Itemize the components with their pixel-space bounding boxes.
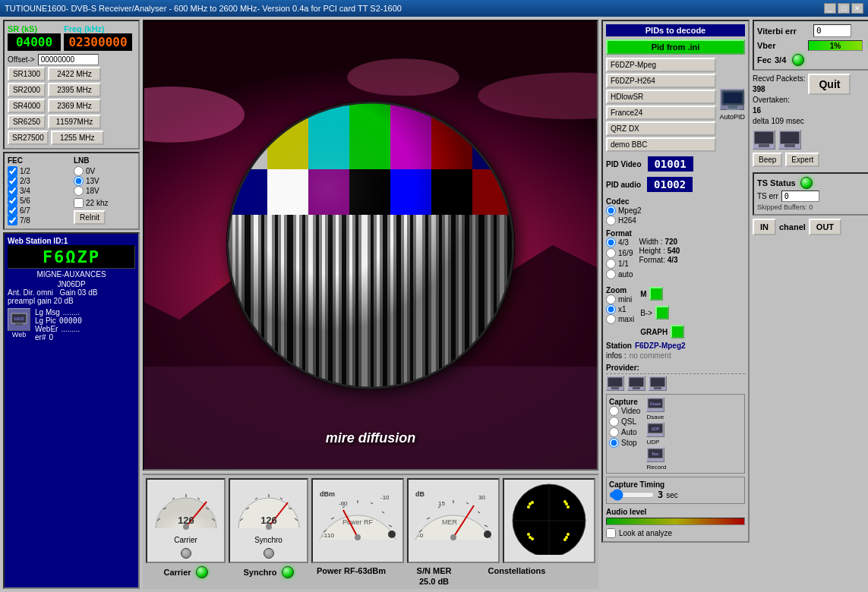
reinit-button[interactable]: ReInit [74, 210, 106, 225]
svg-line-113 [427, 518, 430, 519]
provider-icon-1[interactable] [627, 376, 645, 391]
sr-btn-4[interactable]: SR27500 [8, 131, 49, 145]
minimize-button[interactable]: _ [824, 3, 836, 14]
power-bottom-label: Power RF-63dBm [317, 566, 386, 575]
out-button[interactable]: OUT [809, 219, 841, 235]
width-label: Width : 720 [639, 238, 680, 246]
callsign-display: F6ΩZP [8, 245, 135, 269]
fec-title: FEC [8, 156, 69, 165]
bottom-label-row: Carrier Synchro Power RF-63dBm S/N MER 2… [143, 566, 598, 589]
pid-btn-5[interactable]: demo BBC [606, 137, 716, 152]
close-button[interactable]: ✕ [851, 3, 863, 14]
web-icon[interactable]: WEB [8, 308, 30, 331]
power-meter-box: -110 -60 -10 dBm Power RF [311, 478, 404, 563]
lg-msg-row: Lg Msg ........ [35, 308, 82, 316]
graph-button[interactable] [671, 325, 684, 339]
beep-button[interactable]: Beep [753, 153, 782, 167]
auto-pid-label: AutoPID [719, 113, 745, 121]
web-er-row: WebEr ......... [35, 325, 82, 333]
timing-row: 3 sec [609, 489, 742, 501]
svg-rect-140 [726, 109, 740, 110]
comp-icon-2[interactable] [778, 130, 801, 150]
pid-btn-1[interactable]: F6DZP-H264 [606, 74, 716, 88]
infos-label: infos : [606, 351, 627, 360]
svg-line-102 [382, 512, 384, 513]
svg-text:UDP: UDP [652, 427, 660, 431]
format-val: Format: 4/3 [639, 256, 680, 264]
format-vals-col: Width : 720 Height : 540 Format: 4/3 [639, 238, 680, 279]
dsave-icon[interactable]: Dsave [646, 397, 664, 412]
svg-point-121 [484, 531, 491, 538]
pid-ini-button[interactable]: Pid from .ini [606, 39, 745, 55]
codec-h264-radio[interactable] [606, 216, 616, 225]
test-pattern-svg [226, 101, 515, 389]
sr-btn-2[interactable]: SR4000 [8, 99, 46, 113]
er-val: 0 [49, 333, 53, 342]
fec-led [792, 54, 804, 66]
pid-btn-0[interactable]: F6DZP-Mpeg [606, 58, 716, 72]
maximize-button[interactable]: □ [838, 3, 850, 14]
overtaken-label: Overtaken: [753, 95, 805, 105]
svg-rect-153 [754, 131, 774, 144]
offset-value[interactable]: 00000000 [38, 54, 99, 65]
svg-text:Dsave: Dsave [650, 401, 661, 406]
m-button[interactable] [649, 287, 663, 301]
fmt-43-row: 4/3 [606, 238, 633, 247]
udp-icon[interactable]: UDP [646, 422, 664, 437]
svg-line-76 [197, 498, 200, 499]
status-panel: Viterbi err 0 Vber 1% Fec 3/4 Recvd Pack… [753, 20, 868, 589]
svg-point-136 [563, 538, 567, 541]
provider-section: Provider: [606, 363, 745, 391]
format-label: Format [606, 229, 632, 238]
pid-btn-2[interactable]: HDlowSR [606, 90, 716, 104]
sr-value[interactable]: 04000 [8, 33, 61, 51]
cap-auto-row: Auto [609, 427, 640, 437]
freq-btn-0[interactable]: 2422 MHz [48, 67, 101, 81]
freq-btn-1[interactable]: 2395 MHz [48, 83, 101, 97]
web-icon-area: WEB Web [8, 308, 30, 339]
fec-lnb-box: FEC 1/2 2/3 3/4 5/6 6/7 7/8 LNB 0V 13V 1… [3, 152, 140, 230]
carrier-led [181, 548, 191, 559]
freq-row-2: SR4000 2369 MHz [8, 99, 135, 113]
cap-video-row: Video [609, 406, 640, 416]
record-icon[interactable]: Rec [646, 447, 664, 462]
pid-btn-3[interactable]: France24 [606, 105, 716, 120]
provider-icon-0[interactable] [606, 376, 624, 391]
pid-video-value[interactable]: 01001 [648, 156, 693, 172]
comp-icon-1[interactable] [753, 130, 775, 150]
freq-btn-2[interactable]: 2369 MHz [48, 99, 101, 113]
sr-btn-3[interactable]: SR6250 [8, 115, 46, 129]
fec-check-34: 3/4 [8, 186, 69, 196]
timing-slider[interactable] [609, 489, 655, 501]
expert-button[interactable]: Expert [785, 153, 819, 167]
codec-mpeg2-radio[interactable] [606, 206, 616, 216]
capture-radio-col: Video QSL Auto Stop [609, 406, 640, 448]
svg-rect-156 [784, 144, 795, 147]
web-label: Web [8, 331, 30, 339]
look-analyze-checkbox[interactable] [606, 528, 616, 538]
fec-check-23: 2/3 [8, 176, 69, 186]
ts-title-row: TS Status [757, 177, 868, 189]
svg-line-86 [280, 498, 282, 499]
web-station-title: Web Station ID:1 [8, 237, 135, 245]
b-button[interactable] [655, 306, 669, 320]
sr-btn-0[interactable]: SR1300 [8, 67, 46, 81]
svg-line-98 [331, 518, 334, 519]
provider-icon-2[interactable] [649, 376, 667, 391]
quit-button[interactable]: Quit [808, 74, 851, 95]
fec-check-67: 6/7 [8, 206, 69, 216]
svg-text:-0: -0 [418, 532, 424, 539]
look-analyze-label: Look at analyze [619, 529, 672, 537]
freq-btn-4[interactable]: 1255 MHz [51, 131, 104, 145]
freq-buttons: SR1300 2422 MHz SR2000 2395 MHz SR4000 2… [8, 67, 135, 145]
lnb-title: LNB [74, 156, 135, 165]
freq-value[interactable]: 02300000 [64, 33, 132, 51]
in-button[interactable]: IN [753, 219, 776, 235]
pid-btn-4[interactable]: QRZ DX [606, 121, 716, 136]
carrier-meter-box: 126 Carrier [146, 478, 226, 563]
pid-audio-value[interactable]: 01002 [647, 177, 693, 192]
lg-pic-row: Lg Pic 00000 [35, 316, 82, 325]
sr-btn-1[interactable]: SR2000 [8, 83, 46, 97]
freq-btn-3[interactable]: 11597MHz [48, 115, 101, 129]
format-section: Format 4/3 16/9 1/1 auto Width : 720 Hei… [606, 228, 745, 279]
